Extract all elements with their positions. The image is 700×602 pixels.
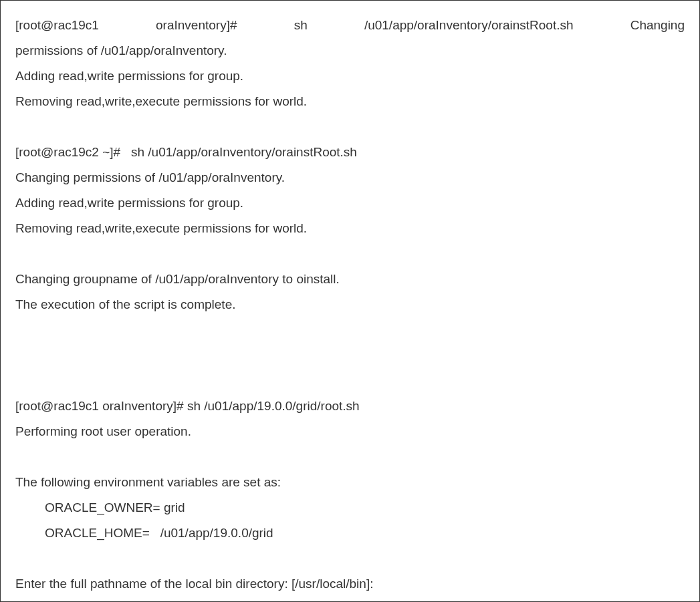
blank-line [15, 444, 685, 470]
terminal-line: permissions of /u01/app/oraInventory. [15, 38, 685, 63]
terminal-line: Adding read,write permissions for group. [15, 63, 685, 89]
terminal-output: [root@rac19c1 oraInventory]# sh /u01/app… [0, 0, 700, 602]
terminal-line: [root@rac19c1 oraInventory]# sh /u01/app… [15, 13, 685, 38]
terminal-line: Changing groupname of /u01/app/oraInvent… [15, 267, 685, 292]
blank-line [15, 546, 685, 571]
terminal-line: [root@rac19c2 ~]# sh /u01/app/oraInvento… [15, 140, 685, 165]
terminal-line: Removing read,write,execute permissions … [15, 89, 685, 114]
terminal-line: Performing root user operation. [15, 419, 685, 444]
cmd-sh: sh [294, 13, 308, 38]
terminal-line: [root@rac19c1 oraInventory]# sh /u01/app… [15, 394, 685, 419]
terminal-line: Adding read,write permissions for group. [15, 190, 685, 216]
terminal-line: The following environment variables are … [15, 470, 685, 495]
env-var-line: ORACLE_HOME= /u01/app/19.0.0/grid [15, 520, 685, 546]
cmd-path: /u01/app/oraInventory/orainstRoot.sh [364, 13, 574, 38]
terminal-line: Removing read,write,execute permissions … [15, 216, 685, 241]
prompt-host: [root@rac19c1 [15, 13, 99, 38]
terminal-line: Changing permissions of /u01/app/oraInve… [15, 165, 685, 190]
blank-line [15, 343, 685, 368]
terminal-line: The execution of the script is complete. [15, 292, 685, 317]
output-word: Changing [630, 13, 685, 38]
prompt-dir: oraInventory]# [156, 13, 237, 38]
terminal-prompt-line: Enter the full pathname of the local bin… [15, 571, 685, 597]
blank-line [15, 241, 685, 267]
blank-line [15, 368, 685, 394]
blank-line [15, 317, 685, 343]
env-var-line: ORACLE_OWNER= grid [15, 495, 685, 520]
blank-line [15, 114, 685, 140]
